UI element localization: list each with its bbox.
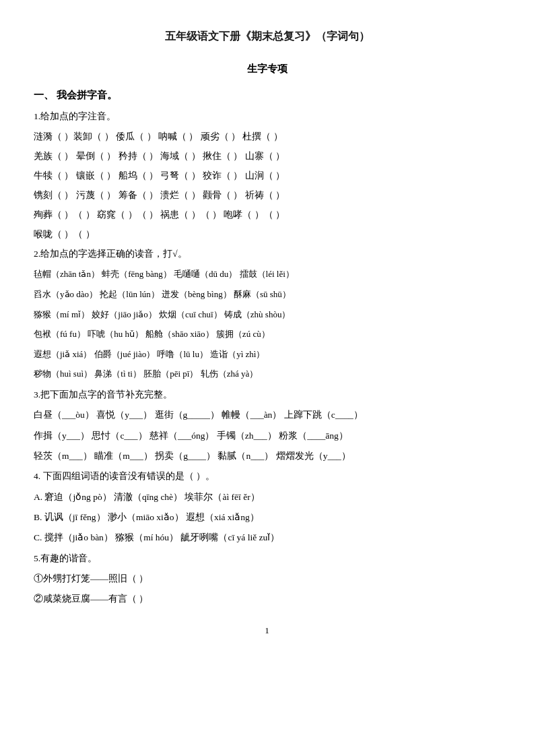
q3-sub: 3.把下面加点字的音节补充完整。 xyxy=(34,387,500,403)
q3-row3: 轻茨（m___） 瞄准（m___） 拐卖（g____） 黏腻（n___） 熠熠发… xyxy=(34,447,500,466)
q5-item2: ②咸菜烧豆腐——有言（ ） xyxy=(34,590,500,608)
q1-header: 一、 我会拼字音。 xyxy=(34,86,500,104)
q2-row2: 舀水（yǎo dào） 抡起（lūn lún） 迸发（bèng bìng） 酥麻… xyxy=(34,285,500,305)
page-number: 1 xyxy=(34,623,500,638)
q5-item1: ①外甥打灯笼——照旧（ ） xyxy=(34,569,500,588)
q1-row6: 喉咙（ ）（ ） xyxy=(34,225,500,243)
q2-row5: 遐想（jiǎ xiá） 伯爵（jué jiào） 呼噜（lū lu） 造诣（yì… xyxy=(34,345,500,365)
q4-c: C. 搅拌（jiǎo bàn） 猕猴（mí hóu） 龇牙咧嘴（cī yá li… xyxy=(34,528,500,547)
q1-row5: 殉葬（ ）（ ） 窈窕（ ）（ ） 祸患（ ）（ ） 咆哮（ ）（ ） xyxy=(34,206,500,224)
q4-a: A. 窘迫（jǒng pò） 清澈（qīng chè） 埃菲尔（àì fēī ě… xyxy=(34,488,500,507)
q1-row4: 镌刻（ ） 污蔑（ ） 筹备（ ） 溃烂（ ） 颧骨（ ） 祈祷（ ） xyxy=(34,186,500,204)
q4-b: B. 讥讽（jī fěng） 渺小（miāo xiǎo） 遐想（xiá xiǎn… xyxy=(34,508,500,527)
q1-sub1: 1.给加点的字注音。 xyxy=(34,108,500,125)
q2-row4: 包袱（fú fu） 吓唬（hu hǔ） 船舱（shāo xiāo） 簇拥（zú … xyxy=(34,325,500,344)
section1-title: 生字专项 xyxy=(34,60,500,78)
q1-row1: 涟漪（ ）装卸（ ） 倭瓜（ ） 呐喊（ ） 顽劣（ ） 杜撰（ ） xyxy=(34,127,500,146)
q2-row6: 秽物（huì suì） 鼻涕（tì ti） 胚胎（pēi pī） 轧伤（zhá … xyxy=(34,365,500,384)
q3-row2: 作揖（y___） 思忖（c___） 慈祥（___óng） 手镯（zh___） 粉… xyxy=(34,427,500,445)
q3-row1: 白昼（___òu） 喜悦（y___） 逛街（g_____） 帷幔（___àn） … xyxy=(34,406,500,424)
q4-sub: 4. 下面四组词语的读音没有错误的是（ ）。 xyxy=(34,468,500,484)
q1-sub2: 2.给加点的字选择正确的读音，打√。 xyxy=(34,246,500,262)
q1-row2: 羌族（ ） 晕倒（ ） 矜持（ ） 海域（ ） 揪住（ ） 山寨（ ） xyxy=(34,147,500,165)
q5-sub: 5.有趣的谐音。 xyxy=(34,550,500,567)
page-title: 五年级语文下册《期末总复习》（字词句） xyxy=(34,27,500,46)
q2-row1: 毡帽（zhān tǎn） 蚌壳（fēng bàng） 毛嗵嗵（dū du） 擂鼓… xyxy=(34,265,500,284)
q2-row3: 猕猴（mí mǐ） 姣好（jiāo jiǎo） 炊烟（cuī chuī） 铸成（… xyxy=(34,305,500,325)
q1-row3: 牛犊（ ） 镶嵌（ ） 船坞（ ） 弓弩（ ） 狡诈（ ） 山涧（ ） xyxy=(34,166,500,185)
